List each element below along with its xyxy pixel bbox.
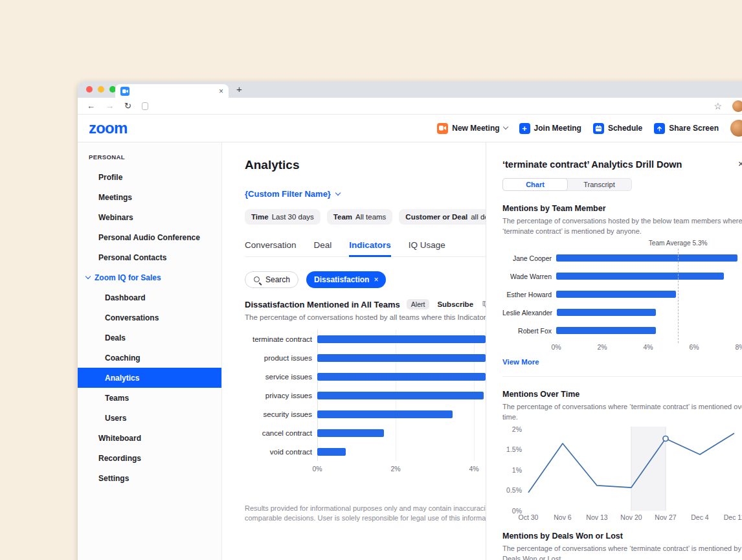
team-bar-row: Esther Howard: [502, 286, 742, 304]
reload-icon[interactable]: ↻: [124, 102, 131, 110]
new-meeting-label: New Meeting: [452, 124, 499, 133]
team-member-bar-chart: Team Average 5.3% Jane CooperWade Warren…: [502, 240, 742, 352]
search-icon: [253, 276, 262, 284]
team-member-label: Leslie Alexander: [502, 309, 552, 317]
filter-pill-team[interactable]: TeamAll teams: [327, 209, 393, 225]
bar-void-contract: [317, 448, 346, 456]
tab-deal[interactable]: Deal: [314, 240, 332, 257]
team-section-description: The percentage of conversations hosted b…: [502, 216, 742, 237]
axis-tick: 2%: [597, 343, 607, 351]
new-meeting-camera-icon: [437, 123, 448, 134]
search-button[interactable]: Search: [245, 271, 298, 288]
sidebar-item-zoom-iq-for-sales[interactable]: Zoom IQ for Sales: [78, 267, 221, 287]
sidebar-item-dashboard[interactable]: Dashboard: [78, 287, 221, 308]
sidebar-nav: ProfileMeetingsWebinarsPersonal Audio Co…: [78, 167, 221, 488]
bar-service-issues: [317, 373, 486, 381]
browser-tab[interactable]: ×: [115, 84, 229, 98]
sidebar-item-profile[interactable]: Profile: [78, 167, 221, 187]
sidebar-item-analytics[interactable]: Analytics: [78, 368, 221, 388]
analytics-tabs: ConversationDealIndicatorsIQ Usage: [245, 240, 486, 257]
team-average-label: Team Average 5.3%: [649, 240, 708, 247]
schedule-button[interactable]: Schedule: [593, 123, 642, 134]
sidebar-item-teams[interactable]: Teams: [78, 388, 221, 408]
browser-profile-avatar[interactable]: [732, 100, 742, 112]
svg-text:1.5%: 1.5%: [506, 445, 522, 453]
indicator-chip-label: Dissatisfaction: [314, 275, 369, 284]
sidebar-item-whiteboard[interactable]: Whiteboard: [78, 428, 221, 448]
disclaimer-line-2: comparable decisions. User is solely res…: [245, 513, 486, 523]
team-bar-row: Wade Warren: [502, 267, 742, 286]
bar-esther-howard: [556, 291, 676, 298]
page-title: Analytics: [245, 158, 486, 172]
team-bar-row: Leslie Alexander: [502, 304, 742, 322]
zoom-header: zoom New Meeting + Join Meeting: [78, 115, 742, 142]
axis-tick: 0%: [312, 465, 322, 473]
toggle-chart[interactable]: Chart: [502, 178, 568, 191]
svg-text:1%: 1%: [512, 465, 522, 473]
indicator-chip-dissatisfaction[interactable]: Dissatisfaction ×: [306, 271, 386, 288]
sidebar-item-meetings[interactable]: Meetings: [78, 187, 221, 207]
filter-pill-name: Time: [251, 213, 269, 221]
panel-close-icon[interactable]: ×: [738, 158, 742, 169]
sidebar-section-label: PERSONAL: [89, 153, 221, 161]
window-minimize-button[interactable]: [98, 86, 104, 93]
svg-text:Nov 20: Nov 20: [620, 513, 642, 521]
toggle-transcript[interactable]: Transcript: [567, 179, 631, 190]
deals-section-description: The percentage of conversations where ‘t…: [502, 544, 742, 560]
sidebar-item-label: Dashboard: [105, 293, 146, 302]
bar-cancel-contract: [317, 429, 384, 437]
svg-text:Dec 11: Dec 11: [724, 513, 742, 521]
subscribe-button[interactable]: Subscribe: [437, 300, 473, 308]
bar-label: security issues: [245, 410, 312, 418]
svg-text:Nov 6: Nov 6: [554, 513, 572, 521]
sidebar-item-settings[interactable]: Settings: [78, 468, 221, 488]
view-more-link[interactable]: View More: [502, 358, 742, 366]
zoom-logo[interactable]: zoom: [89, 119, 127, 137]
user-avatar[interactable]: [730, 120, 742, 137]
team-member-label: Jane Cooper: [502, 254, 552, 262]
axis-tick: 2%: [390, 465, 400, 473]
tab-iq-usage[interactable]: IQ Usage: [409, 240, 445, 257]
tab-conversation[interactable]: Conversation: [245, 240, 297, 257]
tab-indicators[interactable]: Indicators: [349, 240, 391, 257]
new-tab-button[interactable]: +: [236, 84, 242, 95]
bar-terminate-contract: [317, 335, 486, 343]
sidebar-item-coaching[interactable]: Coaching: [78, 348, 221, 368]
sidebar-item-label: Settings: [98, 474, 129, 483]
share-screen-button[interactable]: Share Screen: [654, 123, 719, 134]
disclaimer-line-1: Results provided for informational purpo…: [245, 504, 486, 513]
sidebar-item-label: Personal Contacts: [98, 253, 166, 262]
chart-section-head: Dissatisfaction Mentioned in All Teams A…: [245, 299, 486, 309]
bar-label: privacy issues: [245, 392, 312, 399]
join-meeting-button[interactable]: + Join Meeting: [519, 123, 581, 134]
schedule-label: Schedule: [608, 124, 642, 133]
svg-text:Oct 30: Oct 30: [519, 513, 539, 521]
sidebar: PERSONAL ProfileMeetingsWebinarsPersonal…: [78, 142, 222, 560]
sidebar-item-users[interactable]: Users: [78, 408, 221, 428]
sidebar-item-recordings[interactable]: Recordings: [78, 448, 221, 468]
sidebar-item-personal-audio-conference[interactable]: Personal Audio Conference: [78, 227, 221, 247]
chip-remove-icon[interactable]: ×: [374, 275, 378, 284]
new-meeting-button[interactable]: New Meeting: [437, 123, 507, 134]
sidebar-item-webinars[interactable]: Webinars: [78, 207, 221, 227]
filter-pill-customer-or-deal[interactable]: Customer or Dealall deals: [399, 209, 486, 225]
axis-tick: 4%: [469, 465, 478, 473]
tab-close-icon[interactable]: ×: [219, 87, 223, 95]
sidebar-item-conversations[interactable]: Conversations: [78, 308, 221, 328]
window-close-button[interactable]: [86, 86, 93, 93]
bookmark-star-icon[interactable]: ☆: [714, 102, 722, 111]
sidebar-item-deals[interactable]: Deals: [78, 328, 221, 348]
schedule-calendar-icon: [593, 123, 604, 134]
filter-pill-time[interactable]: TimeLast 30 days: [245, 209, 320, 225]
search-label: Search: [265, 275, 290, 284]
bar-label: product issues: [245, 354, 312, 362]
sidebar-item-label: Recordings: [98, 454, 141, 463]
site-info-icon[interactable]: [142, 102, 148, 110]
back-icon[interactable]: ←: [87, 102, 95, 110]
custom-filter-dropdown[interactable]: {Custom Filter Name}: [245, 189, 486, 199]
filter-pill-value: All teams: [355, 213, 386, 221]
time-section-title: Mentions Over Time: [502, 390, 742, 399]
join-meeting-label: Join Meeting: [534, 124, 581, 133]
sidebar-item-label: Profile: [98, 173, 122, 182]
sidebar-item-personal-contacts[interactable]: Personal Contacts: [78, 247, 221, 267]
